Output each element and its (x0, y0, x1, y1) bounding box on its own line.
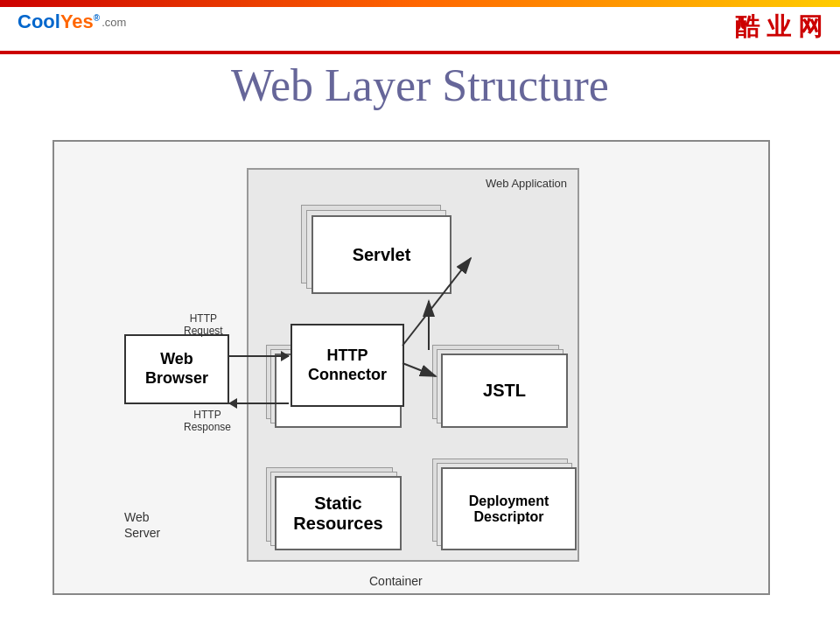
http-request-label: HTTP Request (184, 312, 223, 338)
logo-underline (0, 51, 840, 54)
top-bar (0, 0, 840, 7)
logo-dotcom: .com (102, 16, 126, 29)
web-app-label: Web Application (486, 177, 567, 192)
logo-coolyes: CoolYes® (18, 10, 100, 33)
http-response-arrow (229, 402, 289, 404)
web-browser-label: Web Browser (145, 350, 208, 388)
container-label: Container (369, 574, 423, 588)
deployment-descriptor-label: Deployment Descriptor (469, 494, 550, 525)
http-connector-box: HTTP Connector (290, 324, 404, 407)
page-title: Web Layer Structure (0, 60, 840, 111)
servlet-group: Servlet (301, 205, 441, 284)
http-response-label: HTTP Response (184, 409, 231, 434)
http-connector-label: HTTP Connector (308, 346, 387, 384)
static-resources-group: Static Resources (266, 467, 393, 542)
jstl-group: JSTL (432, 345, 559, 419)
http-request-arrow (229, 355, 289, 357)
servlet-card-front: Servlet (312, 215, 452, 294)
logo-cool: Cool (18, 10, 60, 32)
web-browser-box: Web Browser (124, 334, 229, 404)
logo-area: CoolYes® .com (18, 10, 126, 33)
deployment-descriptor-group: Deployment Descriptor (432, 458, 568, 542)
diagram-container: Web Application Servlet JSP JSTL (52, 140, 770, 595)
jstl-label: JSTL (483, 381, 526, 401)
jstl-card-front: JSTL (441, 354, 568, 428)
deploy-card-front: Deployment Descriptor (441, 467, 577, 550)
static-card-front: Static Resources (275, 476, 402, 550)
logo-yes: Yes (60, 10, 94, 32)
servlet-label: Servlet (353, 245, 411, 265)
logo-registered: ® (94, 13, 100, 23)
chinese-logo: 酷 业 网 (735, 10, 822, 44)
web-server-label: Web Server (124, 509, 160, 541)
static-resources-label: Static Resources (293, 494, 382, 534)
